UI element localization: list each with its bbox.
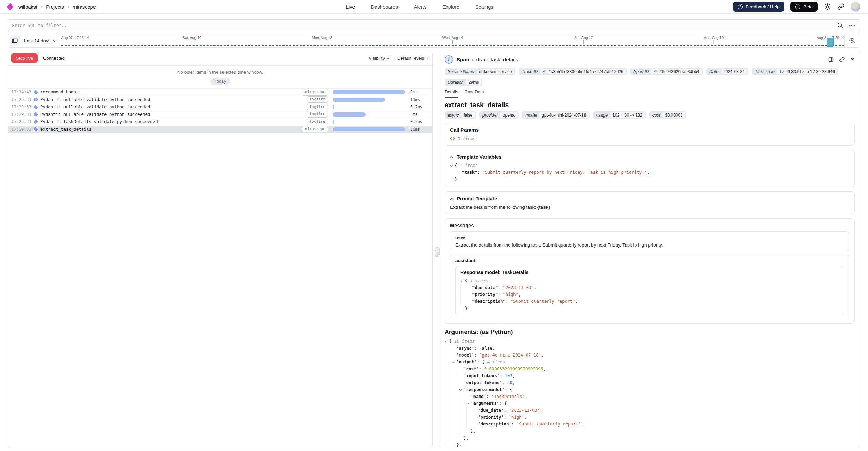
log-row[interactable]: 17:29:33Pydantic nullable validate_pytho… (8, 111, 432, 119)
feedback-help-button[interactable]: ? Feedback / Help (733, 2, 784, 12)
badge-value-text: gpt-4o-mini-2024-07-18 (542, 113, 586, 118)
log-row[interactable]: 17:14:43recommend_booksmirascope9ms (8, 89, 432, 96)
layout-columns-icon[interactable] (828, 57, 834, 62)
sidebar-toggle-button[interactable] (10, 36, 20, 46)
span-detail-panel: i Span:extract_task_details ✕ (439, 51, 860, 448)
visibility-dropdown[interactable]: Visibility (369, 56, 390, 61)
expand-chevron-icon[interactable] (460, 277, 465, 284)
tab-settings[interactable]: Settings (475, 0, 493, 13)
code-line: 'async': False, (445, 345, 855, 352)
badge-value: 17:29:33.917 to 17:29:33.946 (777, 69, 837, 74)
tab-explore[interactable]: Explore (442, 0, 459, 13)
breadcrumb-item-projects[interactable]: Projects (46, 4, 64, 10)
response-model-json: { 3 items"due_date": "2023-11-03","prior… (460, 277, 839, 312)
breadcrumb-item-mirascope[interactable]: mirascope (73, 4, 96, 10)
tag-logfire: logfire (307, 96, 328, 103)
duration-bar (333, 98, 385, 102)
indent-guide (460, 284, 468, 291)
chevron-down-icon (426, 57, 429, 59)
timeline-tick-mark (452, 40, 453, 44)
indent-guide (445, 386, 452, 393)
timeline-zoom-in-button[interactable] (844, 34, 860, 47)
empty-window-notice: No older items in the selected time wind… (8, 70, 432, 75)
span-diamond-icon (33, 112, 38, 117)
detail-tab-details[interactable]: Details (445, 89, 458, 98)
expand-chevron-icon[interactable] (466, 400, 471, 407)
collapse-chevron-icon[interactable] (450, 198, 454, 200)
expand-chevron-icon[interactable] (459, 386, 463, 393)
collapse-chevron-icon[interactable] (450, 156, 454, 159)
expand-chevron-icon[interactable] (450, 162, 455, 169)
tab-dashboards[interactable]: Dashboards (371, 0, 398, 13)
code-token: 'TaskDetails' (491, 394, 525, 399)
badge-label: async (448, 113, 459, 118)
default-levels-dropdown[interactable]: Default levels (397, 56, 429, 61)
code-token: , (524, 414, 527, 420)
beta-button[interactable]: i Beta (790, 2, 818, 12)
badge-value-text: 102 + 30 -> 132 (612, 113, 642, 118)
detail-tab-raw-data[interactable]: Raw Data (465, 89, 484, 98)
code-token: "Submit quarterly report" (511, 299, 575, 304)
tab-alerts[interactable]: Alerts (414, 0, 427, 13)
code-token: , (492, 345, 495, 351)
logfire-logo-icon[interactable] (7, 3, 14, 10)
copy-link-icon[interactable] (839, 57, 845, 62)
indent-guide (459, 400, 466, 407)
timeline-track[interactable]: Aug 07, 17:26:14Sat, Aug 10Mon, Aug 12We… (61, 34, 844, 47)
code-line: "description": "Submit quarterly report"… (460, 298, 839, 305)
time-range-select[interactable]: Last 14 days (20, 38, 61, 43)
theme-toggle-icon[interactable] (824, 3, 831, 10)
badge-value[interactable]: #9c942620aa93dbb4 (651, 69, 702, 74)
log-row[interactable]: 17:29:33Pydantic nullable validate_pytho… (8, 96, 432, 104)
code-token: "high" (503, 292, 519, 297)
indent-guide (460, 291, 468, 298)
user-message-text: Extract the details from the following t… (455, 242, 844, 248)
breadcrumb-item-willbakst[interactable]: willbakst (18, 4, 37, 10)
log-tag-cell: mirascope (289, 126, 328, 132)
log-row[interactable]: 17:29:33extract_task_detailsmirascope30m… (8, 126, 432, 133)
badge-value[interactable]: #c3b5157330ea5c1fd4572747af512d26 (540, 69, 626, 74)
feedback-help-label: Feedback / Help (746, 4, 779, 9)
search-icon[interactable] (837, 22, 844, 29)
log-timestamp: 17:29:33 (11, 119, 33, 124)
indent-guide (445, 372, 452, 379)
stop-live-button[interactable]: Stop live (11, 53, 38, 63)
indent-guide (466, 421, 473, 428)
expand-chevron-icon[interactable] (452, 359, 456, 365)
badge-label: Trace ID (522, 69, 538, 74)
question-circle-icon: ? (738, 4, 743, 9)
close-icon[interactable]: ✕ (850, 56, 855, 62)
log-row[interactable]: 17:29:33Pydantic nullable validate_pytho… (8, 103, 432, 111)
code-token: 4 items (487, 359, 505, 364)
code-line: }, (445, 428, 855, 434)
badge-value: 2024-08-21 (721, 69, 747, 74)
code-token: : (511, 421, 517, 427)
code-token: , (525, 394, 527, 399)
user-avatar[interactable] (851, 2, 860, 12)
indent-guide (450, 169, 457, 176)
timeline-tick: Mon, Aug 19 (703, 36, 724, 44)
sql-filter-input[interactable] (8, 19, 860, 31)
tab-live[interactable]: Live (346, 0, 355, 13)
code-line: "task": "Submit quarterly report by next… (450, 169, 849, 176)
code-token: , (647, 170, 649, 175)
code-token: 1 items (460, 163, 478, 168)
panel-resize-handle[interactable] (435, 247, 440, 257)
span-header: i Span:extract_task_details ✕ (445, 54, 855, 64)
log-span-name: Pydantic nullable validate_python succee… (40, 112, 289, 117)
expand-chevron-icon[interactable] (445, 338, 449, 345)
template-variables-header[interactable]: Template Variables (450, 154, 849, 160)
more-options-icon[interactable]: ··· (849, 22, 856, 28)
share-link-icon[interactable] (837, 3, 845, 10)
timeline-tick: Aug 07, 17:26:14 (61, 36, 89, 44)
badge-value-text: $0.00003 (665, 113, 682, 118)
badge-value-text: false (463, 113, 472, 118)
code-token: 'due_date' (478, 408, 504, 413)
info-circle-icon: i (795, 4, 800, 9)
chevron-down-icon (387, 57, 390, 59)
link-icon (654, 70, 658, 74)
sql-filter-row: ··· (8, 19, 860, 31)
response-model-card: Response model: TaskDetails { 3 items"du… (455, 266, 844, 315)
prompt-template-header[interactable]: Prompt Template (450, 196, 849, 202)
log-row[interactable]: 17:29:33Pydantic TaskDetails validate_py… (8, 118, 432, 126)
